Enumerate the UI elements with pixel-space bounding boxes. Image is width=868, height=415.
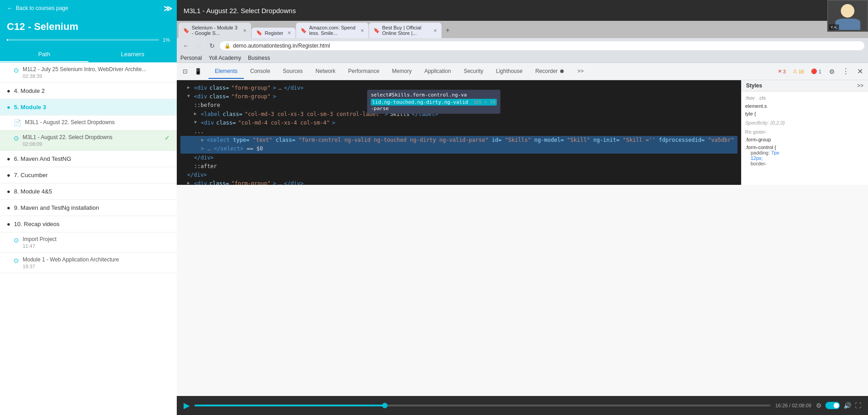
tab-icon-selenium: 🔖 (183, 28, 189, 34)
video-progress-bar[interactable] (194, 405, 771, 406)
specificity-label: Specificity: (0,2,0) (745, 120, 785, 125)
tab-close-amazon[interactable]: ✕ (360, 28, 364, 33)
module-5-label: 5. Module 3 (14, 104, 46, 111)
warning-count: 16 (799, 69, 804, 74)
video-progress-thumb[interactable] (382, 403, 388, 408)
lesson-duration: 02:38:39 (23, 73, 146, 79)
lesson-item-m3l1-video[interactable]: ⊙ M3L1 - August 22. Select Dropdowns 02:… (0, 130, 177, 151)
module-10-label: 10. Recap videos (14, 221, 59, 227)
devtools-tab-elements[interactable]: Elements (209, 64, 244, 79)
devtools-tab-sources[interactable]: Sources (276, 64, 309, 79)
expand-icon-5[interactable]: ▼ (194, 119, 199, 126)
devtools-tab-security[interactable]: Security (457, 64, 490, 79)
settings-btn[interactable]: ⚙ (816, 402, 822, 409)
bookmark-personal[interactable]: Personal (180, 55, 202, 61)
back-to-courses-link[interactable]: ← Back to courses page (0, 0, 177, 16)
play-button[interactable]: ▶ (184, 401, 190, 410)
video-progress-fill (194, 405, 385, 406)
address-bar[interactable]: 🔒 demo.automationtesting.in/Register.htm… (220, 41, 864, 50)
video-progress-container (194, 405, 771, 406)
browser-tab-bestbuy[interactable]: 🔖 Best Buy | Official Online Store |... … (369, 23, 441, 38)
code-line-5: ▼ <div class= "col-md-4 col-xs-4 col-sm-… (180, 119, 737, 127)
devtools-tabs: Elements Console Sources Network Perform… (209, 64, 776, 79)
browser-tabs: 🔖 Selenium - Module 3 - Google S... ✕ 🔖 … (177, 21, 868, 38)
devtools-more-btn[interactable]: ⋮ (840, 66, 852, 77)
video-icon-active: ⊙ (14, 135, 19, 142)
sidebar-collapse-btn[interactable]: ≫ (164, 4, 172, 14)
browser-tab-register[interactable]: 🔖 Register ✕ (252, 28, 296, 38)
code-line-after: ::after (180, 162, 737, 171)
doc-icon: 📄 (14, 119, 21, 126)
devtools-right-icons: ✕ 3 ⚠ 16 🔴 1 ⚙ ⋮ ✕ (776, 66, 866, 77)
expand-icon-4[interactable]: ▶ (194, 110, 199, 117)
styles-padding: padding: 7px (745, 150, 864, 155)
devtools-tab-memory[interactable]: Memory (386, 64, 418, 79)
course-title: C12 - Selenium (0, 16, 177, 35)
back-nav-btn[interactable]: ← (180, 40, 191, 51)
browser-area: 🔖 Selenium - Module 3 - Google S... ✕ 🔖 … (177, 21, 868, 396)
styles-element-style: tyle { (745, 111, 864, 116)
devtools-tab-recorder[interactable]: Recorder ⏺ (529, 64, 571, 79)
total-time: 02:08:09 (792, 403, 811, 408)
devtools-toolbar: ⊡ 📱 Elements Console Sources Network Per… (177, 63, 868, 80)
styles-hov[interactable]: :hov (745, 95, 755, 101)
lesson-item-m3l1-doc[interactable]: 📄 M3L1 - August 22. Select Dropdowns (0, 116, 177, 130)
lesson-duration-import: 11:47 (23, 243, 57, 249)
expand-icon[interactable]: ▶ (187, 84, 192, 91)
lesson-item-m1l2[interactable]: ⊙ M1L2 - July 25 Selenium Intro, WebDriv… (0, 63, 177, 83)
module-4-header[interactable]: ● 4. Module 2 (0, 83, 177, 99)
module-6-header[interactable]: ● 6. Maven And TestNG (0, 151, 177, 167)
lesson-title-arch: Module 1 - Web Application Architecture (23, 256, 119, 263)
new-tab-button[interactable]: + (442, 24, 453, 37)
expand-icon-fg1[interactable]: ▶ (187, 179, 192, 185)
info-badge: 🔴 1 (809, 68, 824, 75)
devtools-close-btn[interactable]: ✕ (854, 66, 866, 77)
expand-icon-select[interactable]: ▼ (201, 138, 204, 143)
tab-close-bestbuy[interactable]: ✕ (433, 28, 437, 33)
tab-close-selenium[interactable]: ✕ (243, 28, 247, 33)
module-7-header[interactable]: ● 7. Cucumber (0, 167, 177, 183)
top-bar: M3L1 - August 22. Select Dropdowns ✎ Y.A… (177, 0, 868, 21)
tab-label-bestbuy: Best Buy | Official Online Store |... (382, 25, 429, 36)
lesson-web-arch[interactable]: ⊙ Module 1 - Web Application Architectur… (0, 253, 177, 273)
bookmark-business[interactable]: Business (248, 55, 270, 61)
styles-cls[interactable]: .cls (758, 95, 766, 101)
devtools-tab-application[interactable]: Application (418, 64, 457, 79)
progress-bar-track (7, 39, 159, 41)
devtools-tab-lighthouse[interactable]: Lighthouse (490, 64, 529, 79)
reload-btn[interactable]: ↻ (207, 40, 218, 51)
devtools-tab-performance[interactable]: Performance (342, 64, 386, 79)
styles-border: border- (745, 161, 864, 166)
module-6-label: 6. Maven And TestNG (14, 155, 71, 162)
device-toggle-btn[interactable]: 📱 (192, 66, 204, 77)
devtools-tab-console[interactable]: Console (244, 64, 276, 79)
styles-comment-text: Re gister- (745, 129, 864, 135)
module-8-header[interactable]: ● 8. Module 4&5 (0, 183, 177, 200)
error-count: 3 (783, 69, 786, 74)
browser-tab-amazon[interactable]: 🔖 Amazon.com: Spend less. Smile... ✕ (296, 23, 369, 38)
bookmark-yoll[interactable]: Yoll Academy (209, 55, 241, 61)
module-5-header[interactable]: ● 5. Module 3 (0, 99, 177, 116)
fullscreen-btn[interactable]: ⛶ (855, 402, 861, 409)
forward-nav-btn[interactable]: → (194, 40, 204, 51)
tab-close-register[interactable]: ✕ (287, 30, 291, 35)
devtools-settings-btn[interactable]: ⚙ (826, 66, 838, 77)
lesson-import-project[interactable]: ⊙ Import Project 11:47 (0, 232, 177, 253)
sidebar-tab-path[interactable]: Path (0, 47, 88, 62)
module-9-header[interactable]: ● 9. Maven and TestNg installation (0, 200, 177, 216)
back-arrow-icon: ← (7, 5, 13, 12)
volume-btn[interactable]: 🔊 (844, 402, 851, 409)
devtools-panel: ⊡ 📱 Elements Console Sources Network Per… (177, 63, 868, 185)
sidebar-tab-learners[interactable]: Learners (88, 47, 177, 62)
code-line-select[interactable]: ▼ <select type= "text" class= "form-cont… (180, 136, 737, 153)
module-10-header[interactable]: ● 10. Recap videos (0, 216, 177, 232)
styles-expand-icon[interactable]: >> (857, 82, 863, 89)
devtools-tab-more[interactable]: >> (571, 64, 590, 79)
element-picker-btn[interactable]: ⊡ (179, 66, 191, 77)
lesson-title-video: M3L1 - August 22. Select Dropdowns (23, 134, 161, 140)
browser-tab-selenium[interactable]: 🔖 Selenium - Module 3 - Google S... ✕ (179, 23, 251, 38)
lesson-duration-video: 02:08:09 (23, 141, 161, 147)
video-toggle[interactable] (825, 402, 840, 409)
devtools-tab-network[interactable]: Network (309, 64, 342, 79)
expand-icon-2[interactable]: ▼ (187, 92, 192, 100)
